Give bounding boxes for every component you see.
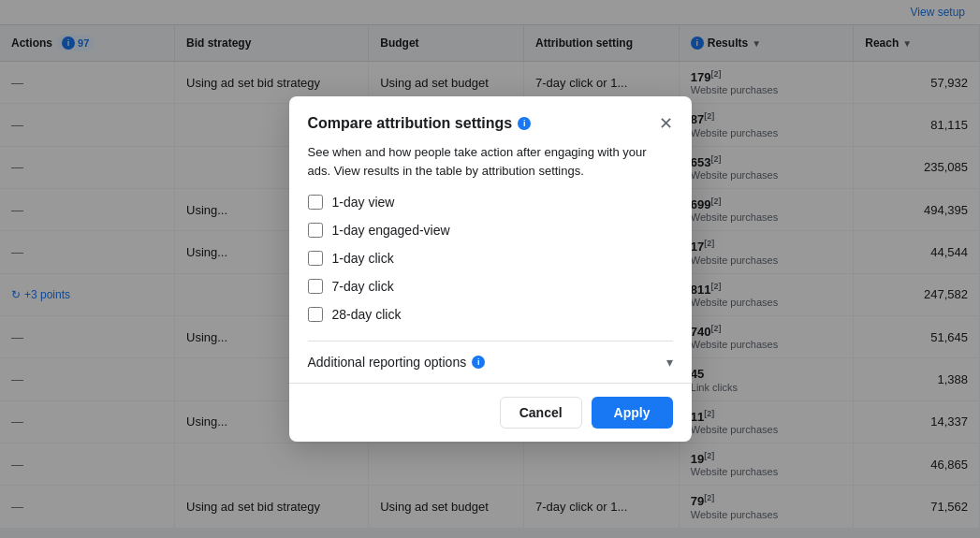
checkbox-cb3[interactable] (308, 251, 323, 266)
modal-description: See when and how people take action afte… (289, 143, 692, 195)
checkbox-label-cb2: 1-day engaged-view (332, 223, 450, 238)
checkbox-option-cb4[interactable]: 7-day click (308, 279, 673, 294)
additional-options-label: Additional reporting options (308, 355, 467, 370)
checkbox-label-cb1: 1-day view (332, 195, 395, 210)
checkbox-label-cb5: 28-day click (332, 307, 402, 322)
checkbox-cb5[interactable] (308, 307, 323, 322)
modal-title: Compare attribution settings i (308, 115, 532, 132)
checkbox-option-cb5[interactable]: 28-day click (308, 307, 673, 322)
modal-options: 1-day view 1-day engaged-view 1-day clic… (289, 195, 692, 337)
checkbox-cb4[interactable] (308, 279, 323, 294)
checkbox-option-cb1[interactable]: 1-day view (308, 195, 673, 210)
checkbox-cb2[interactable] (308, 223, 323, 238)
chevron-down-icon: ▾ (666, 355, 673, 370)
checkbox-cb1[interactable] (308, 195, 323, 210)
checkbox-option-cb2[interactable]: 1-day engaged-view (308, 223, 673, 238)
modal-header: Compare attribution settings i ✕ (289, 96, 692, 143)
modal-footer: Cancel Apply (289, 383, 692, 442)
compare-attribution-modal: Compare attribution settings i ✕ See whe… (289, 96, 692, 442)
modal-overlay: Compare attribution settings i ✕ See whe… (0, 0, 980, 538)
modal-title-text: Compare attribution settings (308, 115, 513, 132)
checkbox-option-cb3[interactable]: 1-day click (308, 251, 673, 266)
checkbox-label-cb3: 1-day click (332, 251, 394, 266)
modal-info-icon[interactable]: i (518, 117, 531, 130)
cancel-button[interactable]: Cancel (500, 397, 582, 429)
modal-close-button[interactable]: ✕ (659, 115, 673, 132)
additional-options-info-icon[interactable]: i (472, 356, 485, 369)
main-container: View setup Actions i 97 Bid strategy (0, 0, 980, 538)
checkbox-label-cb4: 7-day click (332, 279, 394, 294)
additional-options-row[interactable]: Additional reporting options i ▾ (289, 342, 692, 383)
apply-button[interactable]: Apply (592, 397, 673, 429)
